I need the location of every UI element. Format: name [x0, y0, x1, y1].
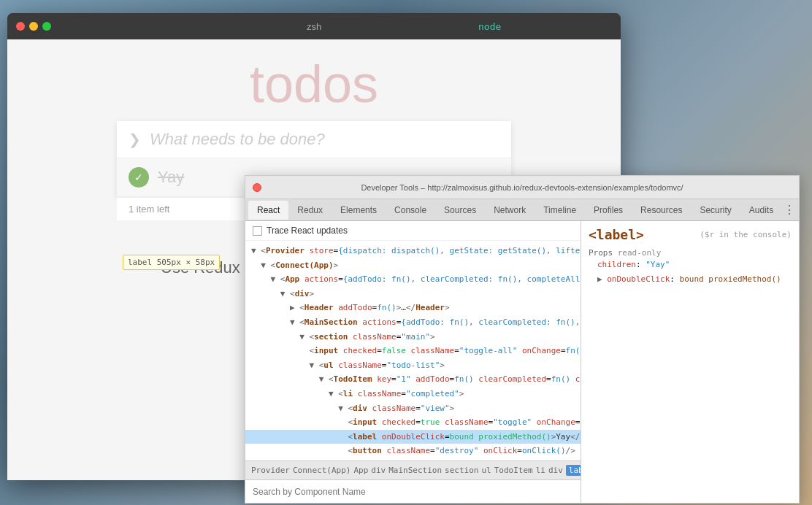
tab-security[interactable]: Security [691, 201, 740, 220]
tree-line[interactable]: ▼ <App actions={addTodo: fn(), clearComp… [245, 272, 581, 287]
terminal-title: zsh [307, 21, 321, 32]
tab-elements[interactable]: Elements [332, 201, 386, 220]
trace-checkbox-row: Trace React updates [245, 221, 581, 241]
tree-line[interactable]: ▶ <Header addTodo=fn()>…</Header> [245, 301, 581, 315]
tree-line-selected[interactable]: <label onDoubleClick=bound proxiedMethod… [245, 430, 581, 444]
tab-audits[interactable]: Audits [740, 201, 782, 220]
devtools-breadcrumb: Provider Connect(App) App div MainSectio… [245, 460, 581, 479]
tab-react[interactable]: React [248, 201, 288, 220]
props-section: Props read-only children: "Yay" ▶ onDoub… [589, 248, 792, 287]
todo-title: todos [7, 54, 621, 114]
todo-input-row: ❯ What needs to be done? [117, 121, 511, 158]
breadcrumb-div2[interactable]: div [548, 466, 563, 475]
tree-line[interactable]: <input checked=false className="toggle-a… [245, 344, 581, 358]
prop-ondoubleclick: ▶ onDoubleClick: bound proxiedMethod() [589, 272, 792, 287]
todo-count: 1 item left [129, 204, 169, 215]
tree-line[interactable]: ▼ <Connect(App)> [245, 258, 581, 273]
breadcrumb-label[interactable]: label [566, 465, 581, 476]
tree-line[interactable]: ▼ <div className="view"> [245, 401, 581, 416]
tab-sources[interactable]: Sources [435, 201, 485, 220]
todo-placeholder: What needs to be done? [150, 130, 325, 149]
tree-line[interactable]: ▼ <li className="completed"> [245, 387, 581, 401]
tree-line[interactable]: <input checked=true className="toggle" o… [245, 415, 581, 430]
tree-line[interactable]: ▼ <ul className="todo-list"> [245, 358, 581, 373]
props-title: Props read-only [589, 248, 661, 258]
search-input[interactable] [253, 487, 573, 497]
label-tooltip: label 505px × 58px [123, 255, 220, 270]
devtools-search [245, 479, 581, 503]
breadcrumb-todoitem[interactable]: TodoItem [494, 466, 533, 475]
selected-tag-label: <label> [589, 227, 644, 242]
devtools-panel: Developer Tools – http://zalmoxisus.gith… [245, 175, 800, 504]
trace-label: Trace React updates [267, 225, 348, 236]
node-label: node [478, 21, 501, 32]
console-hint: ($r in the console) [700, 230, 792, 239]
close-button[interactable] [16, 22, 25, 31]
tree-line[interactable]: ▼ <section className="main"> [245, 330, 581, 344]
maximize-button[interactable] [42, 22, 51, 31]
chevron-icon: ❯ [129, 131, 141, 148]
breadcrumb-provider[interactable]: Provider [251, 466, 290, 475]
tree-line[interactable]: ▼ <Provider store={dispatch: dispatch(),… [245, 244, 581, 258]
tree-line[interactable]: ▼ <MainSection actions={addTodo: fn(), c… [245, 315, 581, 330]
tab-redux[interactable]: Redux [288, 201, 332, 220]
tab-timeline[interactable]: Timeline [535, 201, 585, 220]
prop-children: children: "Yay" [589, 258, 792, 272]
checkmark-icon: ✓ [134, 171, 143, 183]
devtools-close-button[interactable] [253, 183, 261, 192]
devtools-tabs: React Redux Elements Console Sources Net… [245, 199, 799, 221]
breadcrumb-app[interactable]: App [353, 466, 368, 475]
todo-header: todos [7, 39, 621, 121]
breadcrumb-connect[interactable]: Connect(App) [293, 466, 351, 475]
breadcrumb-div[interactable]: div [371, 466, 386, 475]
devtools-titlebar: Developer Tools – http://zalmoxisus.gith… [245, 176, 799, 199]
tab-profiles[interactable]: Profiles [585, 201, 632, 220]
right-header: <label> ($r in the console) [589, 227, 792, 242]
todo-checkbox-done: ✓ [129, 167, 149, 188]
todo-item-text: Yay [158, 168, 184, 187]
devtools-title: Developer Tools – http://zalmoxisus.gith… [361, 183, 683, 192]
tab-resources[interactable]: Resources [632, 201, 691, 220]
tree-line[interactable]: <button className="destroy" onClick=onCl… [245, 444, 581, 458]
breadcrumb-mainsection[interactable]: MainSection [388, 466, 442, 475]
trace-checkbox[interactable] [253, 226, 262, 236]
more-tabs-button[interactable]: ⋮ [782, 203, 796, 217]
devtools-left-panel: Trace React updates ▼ <Provider store={d… [245, 221, 581, 503]
tree-line[interactable]: ▼ <div> [245, 287, 581, 301]
tab-network[interactable]: Network [485, 201, 535, 220]
terminal-titlebar: zsh [7, 13, 621, 39]
tab-console[interactable]: Console [386, 201, 435, 220]
devtools-right-panel: <label> ($r in the console) Props read-o… [581, 221, 799, 503]
minimize-button[interactable] [29, 22, 38, 31]
traffic-lights [16, 22, 51, 31]
breadcrumb-ul[interactable]: ul [481, 466, 491, 475]
breadcrumb-li[interactable]: li [536, 466, 545, 475]
devtools-body: Trace React updates ▼ <Provider store={d… [245, 221, 799, 503]
tree-line[interactable]: ▼ <TodoItem key="1" addTodo=fn() clearCo… [245, 372, 581, 387]
breadcrumb-section[interactable]: section [445, 466, 478, 475]
react-tree: ▼ <Provider store={dispatch: dispatch(),… [245, 241, 581, 460]
